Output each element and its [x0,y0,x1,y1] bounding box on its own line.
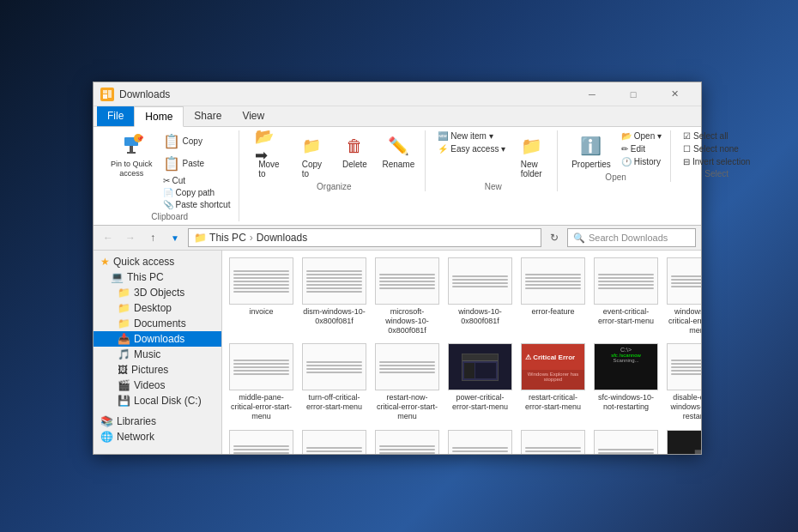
properties-label: Properties [571,160,611,169]
select-all-button[interactable]: ☑ Select all [680,130,753,142]
sidebar-item-3d-objects[interactable]: 📁 3D Objects [94,285,221,300]
pin-label: Pin to Quickaccess [111,160,153,178]
refresh-button[interactable]: ↻ [545,228,564,247]
folder-icon: 📁 [118,287,130,299]
search-icon: 🔍 [573,233,585,244]
sidebar-item-local-disk[interactable]: 💾 Local Disk (C:) [94,393,221,408]
easy-access-button[interactable]: ⚡ Easy access ▾ [434,143,509,154]
list-item[interactable]: ■ dism-update-error-0x800f0988 [663,426,701,454]
select-items: ☑ Select all ☐ Select none ⊟ Invert sele… [680,130,753,167]
file-thumbnail [229,430,293,454]
list-item[interactable]: recovery-critical-error-start-menu [299,426,370,454]
list-item[interactable]: power-critical-error-start-menu [444,340,516,424]
list-item[interactable]: power-windows-10-not-restarting [444,426,516,454]
recent-locations-button[interactable]: ▼ [166,228,184,247]
list-item[interactable]: microsoft-windows-10-0x800f081f [372,254,443,338]
close-button[interactable]: ✕ [655,82,694,106]
ribbon-tabs: File Home Share View [94,106,701,127]
list-item[interactable]: system-devices-windows-10-not-restarting [226,426,297,454]
sidebar-item-documents[interactable]: 📁 Documents [94,316,221,331]
new-items: 🆕 New item ▾ ⚡ Easy access ▾ 📁 Newfolder [434,130,552,180]
window-title: Downloads [119,88,572,100]
list-item[interactable]: troubleshoot-windows-10-0x800f081f [372,426,443,454]
file-thumbnail [229,343,293,390]
sidebar-item-music[interactable]: 🎵 Music [94,347,221,362]
new-item-button[interactable]: 🆕 New item ▾ [434,130,509,142]
list-item[interactable]: error-feature [517,254,589,338]
list-item[interactable]: twice [590,426,662,454]
copy-to-button[interactable]: 📁 Copyto [291,130,332,180]
list-item[interactable]: run-trouble-power-windows-10-not-restart… [517,426,589,454]
history-label: History [634,157,661,166]
up-button[interactable]: ↑ [143,228,162,247]
select-none-button[interactable]: ☐ Select none [680,143,753,154]
select-all-label: Select all [693,131,728,141]
window-icon [100,88,114,101]
svg-rect-0 [103,94,107,99]
delete-button[interactable]: 🗑 Delete [334,130,375,171]
svg-rect-4 [130,146,133,153]
move-to-button[interactable]: 📂➡ Moveto [248,130,289,180]
list-item[interactable]: turn-off-critical-error-start-menu [299,340,370,424]
search-box[interactable]: 🔍 Search Downloads [567,228,696,247]
paste-shortcut-button[interactable]: 📎 Paste shortcut [160,199,234,210]
svg-text:📌: 📌 [136,135,143,142]
list-item[interactable]: ⚠ Critical Error Windows Explorer has st… [517,340,589,424]
tab-home[interactable]: Home [134,106,184,127]
new-folder-label: Newfolder [521,160,542,178]
forward-button[interactable]: → [121,228,140,247]
copy-path-button[interactable]: 📄 Copy path [160,187,234,198]
file-name: restart-critical-error-start-menu [521,393,585,412]
maximize-button[interactable]: □ [614,82,653,106]
invert-selection-button[interactable]: ⊟ Invert selection [680,156,753,167]
minimize-button[interactable]: ─ [572,82,612,106]
tab-file[interactable]: File [97,106,134,126]
sidebar-item-this-pc[interactable]: 💻 This PC [94,269,221,285]
paste-shortcut-label: Paste shortcut [176,200,231,209]
list-item[interactable]: disable-device-windows-10-not-restarting [663,340,701,424]
history-icon: 🕐 [621,157,632,166]
quick-access-label: Quick access [113,256,174,268]
list-item[interactable]: restart-now-critical-error-start-menu [372,340,443,424]
paste-button[interactable]: 📋 Paste [160,153,209,174]
file-thumbnail [594,257,658,305]
edit-button[interactable]: ✏ Edit [618,143,665,154]
file-thumbnail [521,257,585,305]
list-item[interactable]: dism-windows-10-0x800f081f [299,254,370,338]
select-none-label: Select none [693,144,739,154]
sidebar-item-quick-access[interactable]: ★ Quick access [94,254,221,269]
sidebar-item-videos[interactable]: 🎬 Videos [94,378,221,393]
back-button[interactable]: ← [99,228,118,247]
list-item[interactable]: event-critical-error-start-menu [590,254,662,338]
videos-label: Videos [134,379,165,391]
file-thumbnail: ■ [667,430,701,454]
delete-label: Delete [342,160,367,169]
copy-button[interactable]: 📋 Copy [160,130,206,152]
sidebar-item-downloads[interactable]: 📥 Downloads [94,331,221,347]
scissors-icon: ✂ [163,176,170,185]
sidebar-item-libraries[interactable]: 📚 Libraries [94,414,221,429]
clipboard-items: 📌 Pin to Quickaccess 📋 Copy 📋 Paste [106,130,233,210]
pin-to-quick-access-button[interactable]: 📌 Pin to Quickaccess [106,130,158,180]
open-button[interactable]: 📂 Open ▾ [618,130,665,142]
file-thumbnail [667,343,701,390]
cut-button[interactable]: ✂ Cut [160,175,234,186]
rename-button[interactable]: ✏️ Rename [377,130,420,171]
sidebar-item-desktop[interactable]: 📁 Desktop [94,300,221,316]
ribbon-group-organize: 📂➡ Moveto 📁 Copyto 🗑 Delete ✏️ Rename Or… [243,130,426,191]
properties-button[interactable]: ℹ️ Properties [566,130,616,171]
history-button[interactable]: 🕐 History [618,156,665,167]
sidebar-item-network[interactable]: 🌐 Network [94,429,221,444]
list-item[interactable]: middle-pane-critical-error-start-menu [226,340,297,424]
tab-view[interactable]: View [232,106,275,126]
address-path[interactable]: 📁 This PC › Downloads [188,228,541,247]
list-item[interactable]: windows-10-0x800f081f [444,254,516,338]
new-folder-button[interactable]: 📁 Newfolder [511,130,552,180]
list-item[interactable]: windows-logs-critical-error-start-menu [663,254,701,338]
list-item[interactable]: invoice [226,254,297,338]
file-grid: invoice dism-windows-10-0x800f081f micro… [226,254,698,454]
list-item[interactable]: C:\> sfc /scannow Scanning... sfc-window… [590,340,662,424]
tab-share[interactable]: Share [184,106,232,126]
sidebar-item-pictures[interactable]: 🖼 Pictures [94,362,221,378]
invert-label: Invert selection [692,157,750,166]
